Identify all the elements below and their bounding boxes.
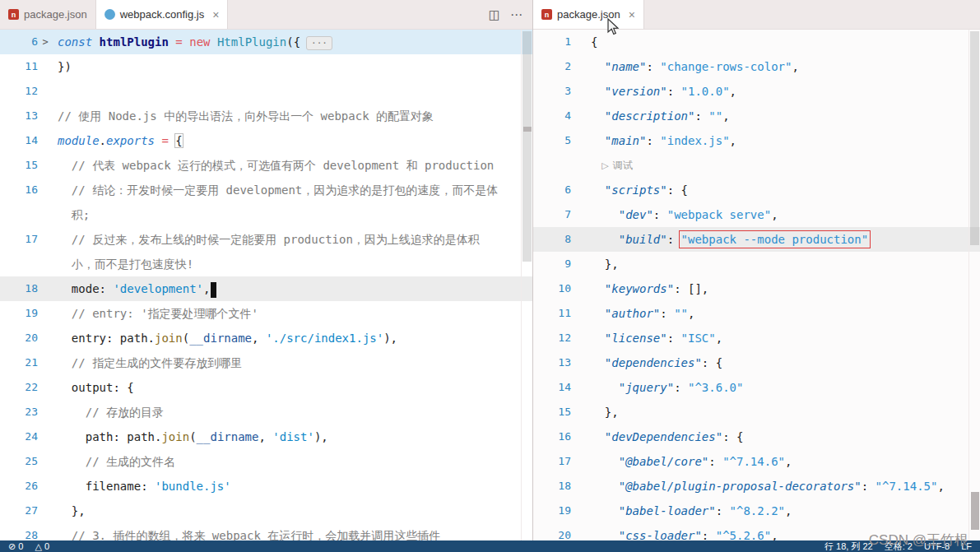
scrollbar-right[interactable] xyxy=(968,30,980,540)
scrollbar-thumb[interactable] xyxy=(970,31,979,245)
code-line-20[interactable]: 20entry: path.join(__dirname, './src/ind… xyxy=(0,326,532,350)
line-number: 8 xyxy=(533,227,571,252)
code-line-26[interactable]: 26filename: 'bundle.js' xyxy=(0,474,532,499)
code-line-12[interactable]: 12 xyxy=(0,79,532,104)
code-line-5[interactable]: 5"main": "index.js", xyxy=(533,128,980,153)
status-item[interactable]: UTF-8 xyxy=(924,541,950,551)
code-line-15[interactable]: 15// 代表 webpack 运行的模式，可选值有两个 development… xyxy=(0,153,532,178)
code-line-19[interactable]: 19// entry: '指定要处理哪个文件' xyxy=(0,301,532,326)
more-actions-icon[interactable]: ⋯ xyxy=(510,7,523,22)
fold-chevron-icon[interactable]: > xyxy=(38,30,53,54)
code-line-18[interactable]: 18mode: 'development', xyxy=(0,276,532,301)
code-line-17[interactable]: 17"@babel/core": "^7.14.6", xyxy=(533,449,980,474)
code-line-23[interactable]: 23// 存放的目录 xyxy=(0,400,532,424)
token: : xyxy=(141,480,155,493)
codelens-debug-link[interactable]: 调试 xyxy=(613,160,633,171)
code-line-7[interactable]: 7"dev": "webpack serve", xyxy=(533,202,980,227)
error-icon: ⊘ xyxy=(8,541,16,551)
code-line-continuation[interactable]: 小，而不是打包速度快! xyxy=(0,252,532,276)
fold-slot xyxy=(571,499,586,523)
warning-count: △ 0 xyxy=(35,541,49,552)
fold-slot xyxy=(571,128,586,153)
code-line-1[interactable]: 1{ xyxy=(533,30,980,54)
code-line-8[interactable]: 8"build": "webpack --mode production" xyxy=(533,227,980,252)
editor-package-json[interactable]: 1{2"name": "change-rows-color",3"version… xyxy=(533,30,980,540)
token: 'development' xyxy=(113,282,203,295)
code-line-22[interactable]: 22output: { xyxy=(0,375,532,400)
line-number: 2 xyxy=(533,54,571,79)
code-line-9[interactable]: 9}, xyxy=(533,252,980,276)
code-line-16[interactable]: 16"devDependencies": { xyxy=(533,424,980,449)
code-line-11[interactable]: 11}) xyxy=(0,54,532,79)
fold-slot xyxy=(571,104,586,128)
scrollbar-thumb[interactable] xyxy=(523,31,532,262)
debug-play-icon[interactable]: ▷ xyxy=(601,160,608,170)
code-line-16[interactable]: 16// 结论：开发时候一定要用 development，因为追求的是打包的速度… xyxy=(0,178,532,202)
code-line-6[interactable]: 6>const htmlPlugin = new HtmlPlugin({··· xyxy=(0,30,532,54)
tab-bar-left: package.json webpack.config.js × ◫ ⋯ xyxy=(0,0,532,30)
token: path xyxy=(86,430,114,443)
code-line-25[interactable]: 25// 生成的文件名 xyxy=(0,449,532,474)
tab-package-json-right[interactable]: package.json × xyxy=(533,0,644,29)
token: : xyxy=(702,529,716,540)
status-item[interactable]: LF xyxy=(961,541,972,551)
code-line-13[interactable]: 13// 使用 Node.js 中的导出语法，向外导出一个 webpack 的配… xyxy=(0,104,532,128)
code-line-27[interactable]: 27}, xyxy=(0,499,532,523)
code-area: 6>const htmlPlugin = new HtmlPlugin({···… xyxy=(0,30,532,540)
code-line-21[interactable]: 21// 指定生成的文件要存放到哪里 xyxy=(0,350,532,375)
token: // 存放的目录 xyxy=(86,406,164,419)
token: "jquery" xyxy=(619,381,674,394)
code-content: "@babel/core": "^7.14.6", xyxy=(586,449,980,474)
tab-label: webpack.config.js xyxy=(120,8,205,21)
token: exports xyxy=(106,134,155,147)
code-line-13[interactable]: 13"dependencies": { xyxy=(533,350,980,375)
split-editor-icon[interactable]: ◫ xyxy=(489,7,500,22)
status-item[interactable]: 行 18, 列 22 xyxy=(824,540,873,552)
line-number: 16 xyxy=(0,178,38,202)
code-line-14[interactable]: 14module.exports = { xyxy=(0,128,532,153)
editor-actions: ◫ ⋯ xyxy=(479,0,532,29)
token: output xyxy=(72,381,114,394)
code-line-28[interactable]: 28// 3. 插件的数组，将来 webpack 在运行时，会加载并调用这些插件 xyxy=(0,523,532,540)
code-content xyxy=(53,79,532,104)
code-line-15[interactable]: 15}, xyxy=(533,400,980,424)
token: , xyxy=(937,480,944,493)
code-content: filename: 'bundle.js' xyxy=(53,474,532,499)
code-line-14[interactable]: 14"jquery": "^3.6.0" xyxy=(533,375,980,400)
tab-webpack-config-js[interactable]: webpack.config.js × xyxy=(96,0,229,29)
code-line-20[interactable]: 20"css-loader": "^5.2.6", xyxy=(533,523,980,540)
editor-webpack-config[interactable]: 6>const htmlPlugin = new HtmlPlugin({···… xyxy=(0,30,532,540)
code-line-17[interactable]: 17// 反过来，发布上线的时候一定能要用 production，因为上线追求的… xyxy=(0,227,532,252)
close-icon[interactable]: × xyxy=(212,9,219,21)
scrollbar-left[interactable] xyxy=(521,30,532,540)
codelens-row[interactable]: ▷调试 xyxy=(533,153,980,178)
tab-package-json-left[interactable]: package.json xyxy=(0,0,96,29)
line-number: 10 xyxy=(533,276,571,301)
close-icon[interactable]: × xyxy=(629,9,635,21)
token: 积; xyxy=(72,208,90,221)
code-content: "babel-loader": "^8.2.2", xyxy=(586,499,980,523)
folded-code-badge[interactable]: ··· xyxy=(306,36,332,50)
code-line-4[interactable]: 4"description": "", xyxy=(533,104,980,128)
code-line-3[interactable]: 3"version": "1.0.0", xyxy=(533,79,980,104)
token: // 反过来，发布上线的时候一定能要用 production，因为上线追求的是体… xyxy=(72,233,480,246)
code-line-12[interactable]: 12"license": "ISC", xyxy=(533,326,980,350)
code-line-6[interactable]: 6"scripts": { xyxy=(533,178,980,202)
code-line-continuation[interactable]: 积; xyxy=(0,202,532,227)
token: : { xyxy=(667,183,688,197)
code-content: // entry: '指定要处理哪个文件' xyxy=(53,301,532,326)
token: // 代表 webpack 运行的模式，可选值有两个 development 和… xyxy=(72,159,494,172)
code-line-18[interactable]: 18"@babel/plugin-proposal-decorators": "… xyxy=(533,474,980,499)
status-item[interactable]: 空格: 2 xyxy=(885,540,913,552)
code-line-19[interactable]: 19"babel-loader": "^8.2.2", xyxy=(533,499,980,523)
line-number: 20 xyxy=(0,326,38,350)
code-line-24[interactable]: 24path: path.join(__dirname, 'dist'), xyxy=(0,424,532,449)
code-line-10[interactable]: 10"keywords": [], xyxy=(533,276,980,301)
token: : xyxy=(667,332,681,345)
code-line-2[interactable]: 2"name": "change-rows-color", xyxy=(533,54,980,79)
token: : xyxy=(694,109,708,123)
code-line-11[interactable]: 11"author": "", xyxy=(533,301,980,326)
code-content: "css-loader": "^5.2.6", xyxy=(586,523,980,540)
status-problems[interactable]: ⊘ 0 △ 0 xyxy=(8,541,49,552)
fold-slot xyxy=(38,128,53,153)
